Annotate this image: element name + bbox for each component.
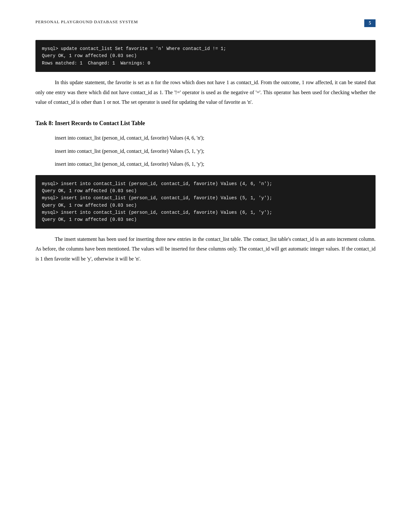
page-number: 5 bbox=[364, 19, 376, 27]
query-list: insert into contact_list (person_id, con… bbox=[35, 133, 376, 169]
code-block-update: mysql> update contact_list Set favorite … bbox=[35, 40, 376, 72]
query-item: insert into contact_list (person_id, con… bbox=[35, 133, 376, 143]
task8-heading: Task 8: Insert Records to Contact List T… bbox=[35, 120, 376, 127]
code-block-insert: mysql> insert into contact_list (person_… bbox=[35, 175, 376, 229]
header-title: PERSONAL PLAYGROUND DATABASE SYSTEM bbox=[35, 19, 138, 25]
paragraph-update-description: In this update statement, the favorite i… bbox=[35, 78, 376, 107]
page-header: PERSONAL PLAYGROUND DATABASE SYSTEM 5 bbox=[35, 19, 376, 27]
query-item: insert into contact_list (person_id, con… bbox=[35, 146, 376, 156]
query-item: insert into contact_list (person_id, con… bbox=[35, 159, 376, 169]
page: PERSONAL PLAYGROUND DATABASE SYSTEM 5 my… bbox=[0, 0, 411, 532]
paragraph-insert-description: The insert statement has been used for i… bbox=[35, 234, 376, 264]
